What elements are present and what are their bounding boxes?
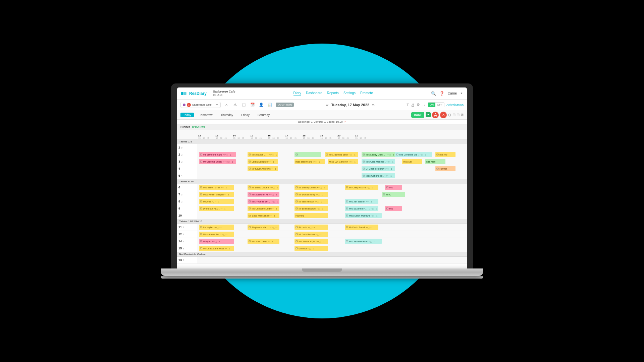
booking-block[interactable]: Misd Lyn Caneron↩⬚—1 [328, 159, 358, 164]
tab-settings[interactable]: Settings [343, 90, 356, 96]
booking-block[interactable]: 2Mr Craig Ritchie↩⬚—1 [345, 185, 378, 190]
table-row[interactable]: 1533Mr Christopher Wats↩—14Gilmour↩⬚—1 [177, 245, 467, 252]
booking-block[interactable]: 3mrs mo [435, 152, 455, 157]
booking-block[interactable]: 2Iris Wylie✓↩⬚—1 [199, 225, 234, 230]
booking-block[interactable]: 2Miss Aimee Fer✓↩⬚—1 [199, 232, 234, 237]
diary-body[interactable]: Tables 1-515222ms catherine ham✓↩⬚—12Mrs… [177, 139, 467, 268]
booking-block[interactable]: miss stacey and↩⬚—1 [294, 159, 325, 164]
booking-block[interactable]: 2Mrs Lesley Cumming↩⬚—1 [362, 152, 395, 157]
table-row[interactable]: 822Mr Amir A.↩—12Mrs Yvonne Bestante↩⬚—1… [177, 198, 467, 205]
booking-block[interactable]: 2Mr Jack Brisbar↩⬚—1 [294, 232, 328, 237]
booking-block[interactable]: 2Dr Indran Raju✓↩—1 [199, 206, 234, 211]
help-icon[interactable]: ❓ [439, 91, 444, 96]
table-row[interactable]: 543Miss Corinne Rt✓↩⬚—1 [177, 172, 467, 179]
venue-selector[interactable]: 1 Saabreeze Cafe ▼ [180, 102, 221, 108]
list-view-icon[interactable]: ⊞ [452, 113, 455, 117]
tab-tomorrow[interactable]: Tomorrow [197, 113, 215, 117]
tab-diary[interactable]: Diary [293, 90, 301, 96]
search-icon[interactable]: 🔍 [431, 91, 436, 96]
over-run-button[interactable]: OVER RUN [276, 103, 294, 107]
table-row[interactable]: 132 [177, 257, 467, 264]
arrival-status-button[interactable]: ArrivalStatus [446, 103, 464, 107]
book-dropdown-button[interactable]: ▼ [426, 112, 431, 117]
booking-block[interactable]: 2Bicocchi↩⬚—1 [294, 225, 328, 230]
booking-block[interactable]: Miss Sac [402, 159, 422, 164]
booking-block[interactable]: 4Gilmour↩⬚—1 [294, 246, 328, 251]
booking-block[interactable]: 2Miss Dillon McIntyre↩⬚—1 [345, 213, 382, 218]
toggle-off[interactable]: OFF [435, 103, 444, 107]
settings-icon[interactable]: ⚙ [417, 103, 420, 107]
booking-block[interactable]: Mr Eddy MacKenzie↩—1 [248, 213, 279, 218]
booking-block[interactable]: 2Miss Roisin Milligan↩—1 [199, 192, 234, 197]
arrows-icon[interactable]: ↔ [422, 103, 426, 107]
tab-reports[interactable]: Reports [327, 90, 339, 96]
copy-icon[interactable]: ⬚ [240, 101, 248, 109]
print-icon[interactable]: 🖨 [411, 103, 415, 107]
booking-block[interactable]: 4Dr Cherie Rodney↩⬚—1 [362, 166, 395, 171]
booking-block[interactable]: 4Rayner [435, 166, 455, 171]
warning-icon[interactable]: ⚠ [231, 101, 239, 109]
tab-saturday[interactable]: Saturday [255, 113, 272, 117]
booking-block[interactable]: 2Mr David Linden✓↩⬚—1 [248, 185, 279, 190]
table-row[interactable]: 322Mr Graeme Shield✓↩⬚★—12Laura Dempster… [177, 158, 467, 165]
booking-block[interactable]: 2Mrs Deborah M✓↩⬚—1 [248, 192, 279, 197]
booking-block[interactable]: 9Mrs Christina Sni✓↩⬚—1 [395, 152, 432, 157]
booking-block[interactable]: 2Morgan✓↩⬚—1 [199, 239, 234, 244]
tab-friday[interactable]: Friday [238, 113, 252, 117]
table-row[interactable]: 62Mrs Elise Turner✓↩—12Mr David Linden✓↩… [177, 184, 467, 191]
table-row[interactable]: 10Mr Eddy MacKenzie↩—1Hanning2Miss Dillo… [177, 212, 467, 219]
booking-block[interactable]: 2Ms Christine Liddle↩—1 [248, 206, 279, 211]
tab-thursday[interactable]: Thursday [218, 113, 236, 117]
booking-block[interactable]: 2Mrs Yvonne Bestante↩⬚—1 [248, 199, 279, 204]
tab-promote[interactable]: Promote [360, 90, 373, 96]
date-next-button[interactable]: » [372, 102, 375, 108]
tab-today[interactable]: Today [180, 113, 194, 117]
bookings-link[interactable]: ↗ [343, 120, 346, 123]
booking-block[interactable]: Mrs Mari [425, 159, 445, 164]
booking-block[interactable]: 2Mr Iain Neilson↩⬚—1 [294, 199, 328, 204]
font-icon[interactable]: T [407, 103, 409, 107]
booking-block[interactable]: 2Laura Dempster↩—1 [248, 159, 278, 164]
booking-block[interactable]: 3Miss Corinne Rt✓↩⬚—1 [362, 173, 395, 178]
table-row[interactable]: 732Miss Roisin Milligan↩—12Mrs Deborah M… [177, 191, 467, 198]
cancel-circle-button[interactable]: ✕ [440, 112, 447, 118]
table-row[interactable]: 1122Iris Wylie✓↩⬚—12Stephanie Hamiltt✓↩⬚… [177, 224, 467, 231]
tab-dashboard[interactable]: Dashboard [306, 90, 322, 96]
booking-block[interactable]: 7Mrs Lee Cairns↩—1 [248, 239, 279, 244]
chart-icon[interactable]: 📊 [266, 101, 274, 109]
booking-block[interactable]: 8Mrs Jennifer Hayn↩⬚—1 [345, 239, 382, 244]
booking-block[interactable]: 2Mrs Elise Turner✓↩—1 [199, 185, 234, 190]
q-button[interactable]: Q [448, 113, 451, 117]
person-icon[interactable]: 👤 [258, 101, 265, 109]
booking-block[interactable]: 4Mr Kevin Andrews↩—1 [248, 166, 278, 171]
booking-block[interactable]: 2Mr Kevin Ansell↩⬚—1 [345, 225, 378, 230]
booking-block[interactable]: 5Mrs Jan Wilson✓↩—1 [345, 199, 378, 204]
toggle-on[interactable]: ON [428, 103, 435, 107]
table-row[interactable]: 92Dr Indran Raju✓↩—12Ms Christine Liddle… [177, 205, 467, 212]
booking-block[interactable]: 2Mr Brian Bianchi↩⬚—1 [294, 206, 328, 211]
booking-block[interactable]: 2Mrs Suzanne Ferg✓↩⬚—1 [345, 206, 378, 211]
booking-block[interactable]: 2Mr Donald Gray↩⬚—1 [294, 192, 328, 197]
booking-block[interactable]: 2Stephanie Hamiltt✓↩⬚—1 [248, 225, 279, 230]
booking-block[interactable]: 2Mr Amir A.↩—1 [199, 199, 234, 204]
booking-block[interactable]: 3Mr Christopher Wats↩—1 [199, 246, 234, 251]
grid-view-icon[interactable]: ⊟ [457, 113, 460, 117]
booking-block[interactable]: 2Mr Graeme Shield✓↩⬚★—1 [199, 159, 236, 164]
booking-block[interactable]: 2Mr Danny Doherty↩⬚—1 [294, 185, 328, 190]
booking-block[interactable]: 5Mrs Jasmine Jenn↩⬚—1 [325, 152, 358, 157]
calendar-icon[interactable]: 📅 [249, 101, 256, 109]
table-row[interactable]: 222ms catherine ham✓↩⬚—12Mrs Marion Ratt… [177, 151, 467, 158]
book-button[interactable]: Book [411, 112, 424, 118]
booking-block[interactable]: Hanning [294, 213, 328, 218]
booking-block[interactable]: 2Mrs Moira High✓↩⬚—1 [294, 239, 328, 244]
walk-in-button[interactable]: A [432, 112, 439, 118]
booking-block[interactable]: 2Mrs Marion Ratt✓↩⬚—1 [248, 152, 278, 157]
table-row[interactable]: 1222Miss Aimee Fer✓↩⬚—12Mr Jack Brisbar↩… [177, 231, 467, 238]
table-view-icon[interactable]: ⊠ [461, 113, 464, 117]
booking-block[interactable]: 5 [294, 152, 321, 157]
booking-block[interactable]: 2ms catherine ham✓↩⬚—1 [199, 152, 236, 157]
user-menu[interactable]: Carrie [448, 92, 457, 95]
table-row[interactable]: 1422Morgan✓↩⬚—17Mrs Lee Cairns↩—12Mrs Mo… [177, 238, 467, 245]
date-prev-button[interactable]: « [326, 102, 329, 108]
booking-block[interactable]: 2Mis [385, 206, 402, 211]
